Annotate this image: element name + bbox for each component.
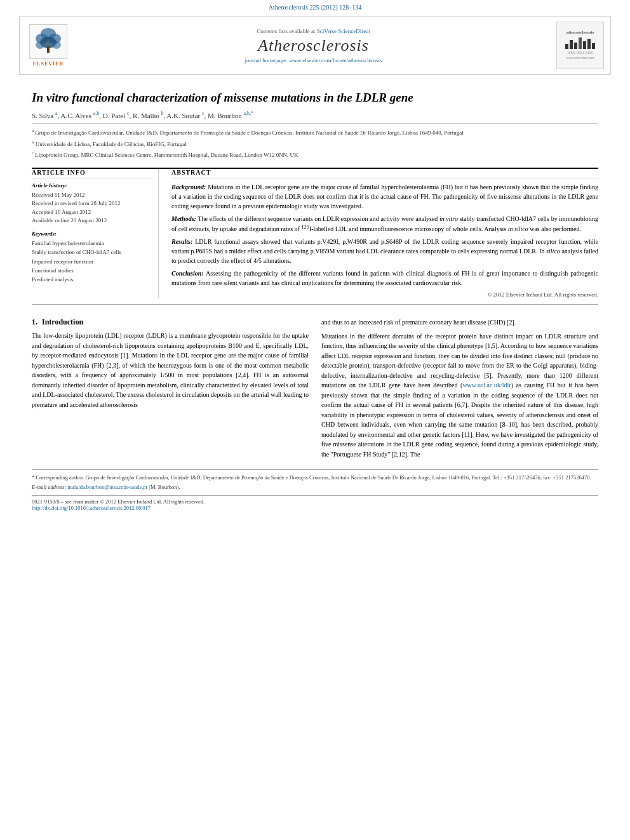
footnote-section: * Corresponding author. Grupo de Investi… — [32, 469, 598, 491]
bottom-bar: 0021-9150/$ – see front matter © 2012 El… — [32, 495, 598, 511]
elsevier-tree-icon — [32, 27, 64, 56]
journal-homepage: journal homepage: www.elsevier.com/locat… — [77, 57, 550, 63]
sciverse-info: Contents lists available at SciVerse Sci… — [77, 28, 550, 34]
section-divider — [32, 304, 598, 305]
section1-number: 1. — [32, 317, 37, 326]
affiliations: a Grupo de Investigação Cardiovascular, … — [32, 123, 598, 160]
affiliation-c: c Lipoprotein Group, MRC Clinical Scienc… — [32, 150, 598, 160]
keyword-3: Impaired receptor function — [32, 257, 151, 266]
section1-title: Introduction — [42, 317, 83, 326]
authors-text: S. Silva a, A.C. Alves a,b, D. Patel c, … — [32, 112, 253, 119]
keywords-title: Keywords: — [32, 230, 151, 237]
article-title-section: In vitro functional characterization of … — [0, 77, 630, 168]
keyword-1: Familial hypercholesterolaemia — [32, 239, 151, 248]
methods-text: The effects of the different sequence va… — [171, 215, 598, 232]
history-title: Article history: — [32, 182, 151, 189]
ldlr-link[interactable]: www.ucl.ac.uk/ldlr — [462, 382, 511, 389]
abstract-results: Results: LDLR functional assays showed t… — [171, 237, 598, 265]
journal-title: Atherosclerosis — [77, 36, 550, 55]
two-col-inner: ARTICLE INFO Article history: Received 1… — [32, 169, 598, 298]
accepted-date: Accepted 10 August 2012 — [32, 208, 151, 217]
issn-line: 0021-9150/$ – see front matter © 2012 El… — [32, 498, 598, 505]
results-text: LDLR functional assays showed that varia… — [171, 238, 598, 264]
available-date: Available online 20 August 2012 — [32, 217, 151, 225]
email-note: E-mail address: mafalda.bourbon@insa.min… — [32, 483, 598, 491]
abstract-conclusion: Conclusion: Assessing the pathogenicity … — [171, 269, 598, 288]
homepage-url[interactable]: www.elsevier.com/locate/atherosclerosis — [289, 57, 382, 63]
conclusion-text: Assessing the pathogenicity of the diffe… — [171, 270, 598, 286]
journal-citation: Atherosclerosis 225 (2012) 128–134 — [269, 4, 361, 11]
doi-url[interactable]: http://dx.doi.org/10.1016/j.atherosclero… — [32, 505, 151, 511]
svg-point-5 — [36, 41, 44, 49]
background-text: Mutations in the LDL receptor gene are t… — [171, 183, 598, 210]
received-revised-date: Received in revised form 28 July 2012 — [32, 199, 151, 208]
results-label: Results: — [171, 238, 192, 245]
abstract-background: Background: Mutations in the LDL recepto… — [171, 182, 598, 211]
svg-point-6 — [52, 41, 61, 49]
article-authors: S. Silva a, A.C. Alves a,b, D. Patel c, … — [32, 111, 598, 120]
journal-center-header: Contents lists available at SciVerse Sci… — [77, 28, 550, 63]
background-label: Background: — [171, 183, 206, 190]
elsevier-tree-logo — [29, 24, 67, 59]
bar3 — [574, 43, 577, 49]
conclusion-label: Conclusion: — [171, 270, 204, 277]
doi-line: http://dx.doi.org/10.1016/j.atherosclero… — [32, 505, 598, 511]
bar2 — [570, 40, 573, 49]
intro-paragraph-3: Mutations in the different domains of th… — [321, 331, 598, 460]
elsevier-logo-container: ELSEVIER — [26, 24, 70, 67]
abstract-methods: Methods: The effects of the different se… — [171, 214, 598, 234]
abstract-column: ABSTRACT Background: Mutations in the LD… — [168, 169, 598, 298]
main-right-column: and thus to an increased risk of prematu… — [321, 317, 598, 463]
affiliation-b: b Universidade de Lisboa, Faculdade de C… — [32, 139, 598, 149]
bar1 — [565, 44, 568, 49]
article-title: In vitro functional characterization of … — [32, 90, 598, 106]
corresponding-note: * Corresponding author. Grupo de Investi… — [32, 474, 598, 482]
elsevier-brand-text: ELSEVIER — [33, 61, 64, 67]
svg-rect-4 — [47, 46, 50, 53]
bar5 — [583, 41, 586, 49]
journal-info-bar: Atherosclerosis 225 (2012) 128–134 — [0, 0, 630, 13]
methods-label: Methods: — [171, 215, 196, 222]
copyright-line: © 2012 Elsevier Ireland Ltd. All rights … — [171, 291, 598, 298]
article-info-heading: ARTICLE INFO — [32, 169, 151, 178]
email-person: (M. Bourbon). — [149, 484, 180, 490]
keywords-section: Keywords: Familial hypercholesterolaemia… — [32, 230, 151, 284]
journal-header: ELSEVIER Contents lists available at Sci… — [19, 16, 611, 75]
received-date: Received 11 May 2012 — [32, 191, 151, 200]
bar6 — [587, 39, 591, 49]
affiliation-a: a Grupo de Investigação Cardiovascular, … — [32, 128, 598, 138]
bar4 — [579, 37, 582, 49]
title-rest: functional characterization of missense … — [69, 91, 413, 104]
found-text: found — [481, 441, 496, 448]
keyword-2: Stably transfection of CHO-ldlA7 cells — [32, 248, 151, 257]
article-info-abstract-wrapper: ARTICLE INFO Article history: Received 1… — [32, 168, 598, 298]
sciverse-link[interactable]: SciVerse ScienceDirect — [317, 28, 370, 34]
main-content: 1. Introduction The low-density lipoprot… — [0, 311, 630, 469]
email-label: E-mail address: — [32, 484, 66, 490]
logo-chart — [565, 37, 595, 49]
section1-heading: 1. Introduction — [32, 317, 309, 327]
intro-paragraph-1: The low-density lipoprotein (LDL) recept… — [32, 331, 309, 410]
abstract-heading: ABSTRACT — [171, 169, 598, 178]
email-address[interactable]: mafalda.bourbon@insa.min-saude.pt — [67, 484, 147, 490]
keyword-5: Predicted analysis — [32, 275, 151, 284]
atherosclerosis-small-logo: atherosclerosis ISSN 0021-9150 www.elsev… — [556, 22, 604, 69]
main-left-column: 1. Introduction The low-density lipoprot… — [32, 317, 309, 463]
bar7 — [592, 43, 595, 49]
keyword-4: Functional studies — [32, 266, 151, 275]
intro-paragraph-2: and thus to an increased risk of prematu… — [321, 317, 598, 328]
title-italic-part: In vitro — [32, 91, 69, 104]
article-info-column: ARTICLE INFO Article history: Received 1… — [32, 169, 159, 298]
